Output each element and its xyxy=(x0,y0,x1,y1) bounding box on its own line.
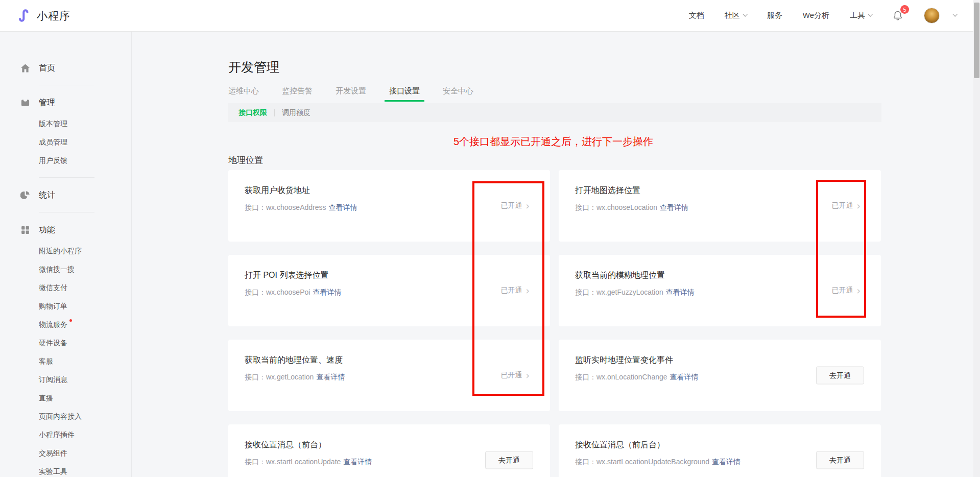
top-navbar: 小程序 文档 社区 服务 We分析 工具 5 xyxy=(0,0,980,32)
annotation-text: 5个接口都显示已开通之后，进行下一步操作 xyxy=(228,135,881,148)
sidebar-divider xyxy=(39,85,94,85)
view-detail-link[interactable]: 查看详情 xyxy=(343,458,372,466)
chevron-right-icon: › xyxy=(525,287,530,294)
card-title: 接收位置消息（前后台） xyxy=(575,440,881,450)
section-title-geolocation: 地理位置 xyxy=(228,154,881,166)
sidebar-item-shopping-orders[interactable]: 购物订单 xyxy=(0,297,131,315)
sidebar-item-hardware-devices[interactable]: 硬件设备 xyxy=(0,333,131,352)
nav-item-services[interactable]: 服务 xyxy=(767,11,782,20)
sidebar-item-statistics[interactable]: 统计 xyxy=(0,188,131,202)
page-title: 开发管理 xyxy=(228,59,881,76)
api-name: wx.startLocationUpdateBackground xyxy=(596,458,709,466)
main-area: 开发管理 运维中心 监控告警 开发设置 接口设置 安全中心 接口权限 调用额度 … xyxy=(132,32,980,477)
status-activated[interactable]: 已开通› xyxy=(500,286,530,295)
sidebar-item-experiment-tools[interactable]: 实验工具 xyxy=(0,462,131,477)
chevron-down-icon xyxy=(868,12,873,17)
tab-dev-settings[interactable]: 开发设置 xyxy=(336,86,366,97)
view-detail-link[interactable]: 查看详情 xyxy=(666,288,695,296)
sidebar-item-member-management[interactable]: 成员管理 xyxy=(0,133,131,151)
api-card-choosepoi: 打开 POI 列表选择位置 接口：wx.choosePoi查看详情 已开通› xyxy=(228,255,550,326)
activate-button[interactable]: 去开通 xyxy=(816,367,864,385)
api-card-getfuzzylocation: 获取当前的模糊地理位置 接口：wx.getFuzzyLocation查看详情 已… xyxy=(559,255,881,326)
subtab-call-quota[interactable]: 调用额度 xyxy=(282,108,310,117)
view-detail-link[interactable]: 查看详情 xyxy=(313,288,341,296)
sidebar-item-features[interactable]: 功能 xyxy=(0,223,131,237)
api-card-chooseaddress: 获取用户收货地址 接口：wx.chooseAddress查看详情 已开通› xyxy=(228,170,550,242)
sidebar-item-miniprogram-plugins[interactable]: 小程序插件 xyxy=(0,425,131,444)
sidebar-item-trade-components[interactable]: 交易组件 xyxy=(0,444,131,462)
card-title: 打开地图选择位置 xyxy=(575,185,881,196)
sidebar-item-user-feedback[interactable]: 用户反馈 xyxy=(0,151,131,170)
notification-bell[interactable]: 5 xyxy=(892,10,903,21)
notification-badge: 5 xyxy=(900,5,909,14)
chevron-right-icon: › xyxy=(856,287,861,294)
sidebar-item-version-management[interactable]: 版本管理 xyxy=(0,114,131,133)
activate-button[interactable]: 去开通 xyxy=(485,451,533,469)
subtab-api-permissions[interactable]: 接口权限 xyxy=(238,108,267,117)
chevron-down-icon[interactable] xyxy=(952,12,958,17)
status-activated[interactable]: 已开通› xyxy=(500,371,530,380)
api-card-chooselocation: 打开地图选择位置 接口：wx.chooseLocation查看详情 已开通› xyxy=(559,170,881,242)
api-name: wx.chooseAddress xyxy=(266,203,326,211)
card-title: 接收位置消息（前台） xyxy=(245,440,550,450)
status-activated[interactable]: 已开通› xyxy=(500,201,530,210)
sidebar-item-label: 管理 xyxy=(39,98,55,108)
view-detail-link[interactable]: 查看详情 xyxy=(670,373,699,381)
miniprogram-logo-icon xyxy=(17,8,32,23)
api-name: wx.chooseLocation xyxy=(596,203,657,211)
nav-item-tools[interactable]: 工具 xyxy=(850,11,872,20)
sidebar: 首页 管理 版本管理 成员管理 用户反馈 统计 xyxy=(0,32,132,477)
api-card-grid: 获取用户收货地址 接口：wx.chooseAddress查看详情 已开通› 打开… xyxy=(228,170,881,477)
chevron-right-icon: › xyxy=(525,372,530,379)
tab-monitor-alerts[interactable]: 监控告警 xyxy=(282,86,313,97)
pie-chart-icon xyxy=(20,190,30,200)
card-title: 获取当前的模糊地理位置 xyxy=(575,270,881,281)
card-title: 获取当前的地理位置、速度 xyxy=(245,355,550,366)
sidebar-item-nearby-miniprograms[interactable]: 附近的小程序 xyxy=(0,242,131,260)
sidebar-item-home[interactable]: 首页 xyxy=(0,61,131,75)
activate-button[interactable]: 去开通 xyxy=(816,451,864,469)
sidebar-item-label: 首页 xyxy=(39,63,55,74)
status-label: 已开通 xyxy=(500,371,522,380)
tab-api-settings[interactable]: 接口设置 xyxy=(389,86,420,97)
sidebar-item-wechat-pay[interactable]: 微信支付 xyxy=(0,278,131,297)
nav-item-docs[interactable]: 文档 xyxy=(689,11,704,20)
scrollbar-thumb[interactable] xyxy=(974,3,979,78)
status-label: 已开通 xyxy=(831,201,853,210)
tab-bar: 运维中心 监控告警 开发设置 接口设置 安全中心 xyxy=(228,86,881,97)
sidebar-item-wechat-search[interactable]: 微信搜一搜 xyxy=(0,260,131,278)
view-detail-link[interactable]: 查看详情 xyxy=(316,373,345,381)
sidebar-item-page-content-access[interactable]: 页面内容接入 xyxy=(0,407,131,425)
api-name: wx.onLocationChange xyxy=(596,373,667,381)
sidebar-item-label: 统计 xyxy=(39,190,55,201)
view-detail-link[interactable]: 查看详情 xyxy=(329,203,357,211)
nav-item-weanalytics[interactable]: We分析 xyxy=(803,11,829,20)
subtab-bar: 接口权限 调用额度 xyxy=(228,103,881,122)
grid-icon xyxy=(20,225,30,235)
sidebar-item-logistics-services[interactable]: 物流服务 xyxy=(0,315,131,333)
api-name: wx.choosePoi xyxy=(266,288,310,296)
user-avatar[interactable] xyxy=(924,8,940,23)
status-activated[interactable]: 已开通› xyxy=(831,201,861,210)
nav-item-community[interactable]: 社区 xyxy=(725,11,747,20)
view-detail-link[interactable]: 查看详情 xyxy=(712,458,740,466)
home-icon xyxy=(20,63,30,73)
inbox-icon xyxy=(20,98,30,108)
logo-text: 小程序 xyxy=(37,9,70,23)
sidebar-item-live[interactable]: 直播 xyxy=(0,389,131,407)
tab-security-center[interactable]: 安全中心 xyxy=(443,86,473,97)
view-detail-link[interactable]: 查看详情 xyxy=(660,203,688,211)
api-card-startlocationupdatebackground: 接收位置消息（前后台） 接口：wx.startLocationUpdateBac… xyxy=(559,424,881,477)
chevron-right-icon: › xyxy=(856,202,861,209)
status-activated[interactable]: 已开通› xyxy=(831,286,861,295)
sidebar-item-management[interactable]: 管理 xyxy=(0,96,131,110)
sidebar-divider xyxy=(39,212,94,212)
status-label: 已开通 xyxy=(831,286,853,295)
sidebar-divider xyxy=(39,177,94,178)
new-dot-badge xyxy=(69,319,72,322)
scrollbar-track[interactable] xyxy=(973,0,980,477)
sidebar-item-customer-service[interactable]: 客服 xyxy=(0,352,131,370)
tab-ops-center[interactable]: 运维中心 xyxy=(228,86,259,97)
app-logo[interactable]: 小程序 xyxy=(17,8,70,23)
sidebar-item-subscribe-messages[interactable]: 订阅消息 xyxy=(0,370,131,389)
